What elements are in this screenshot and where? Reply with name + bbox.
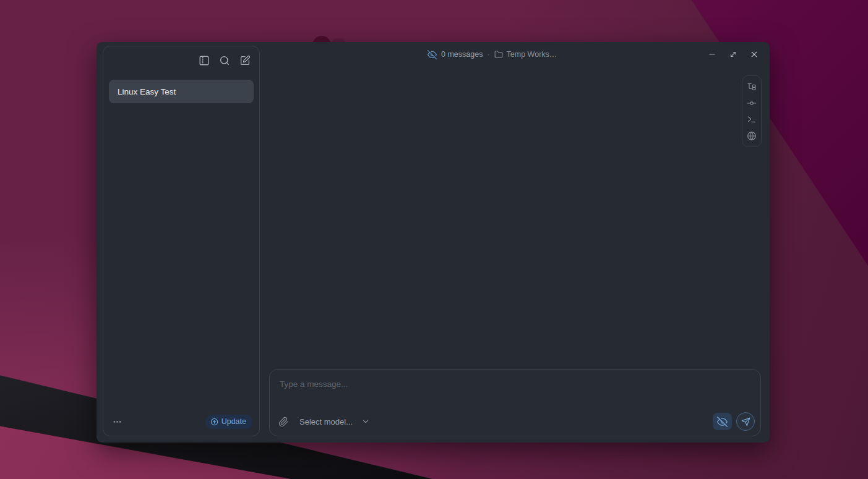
sidebar-toolbar	[198, 54, 251, 67]
new-chat-button[interactable]	[239, 54, 251, 67]
message-input[interactable]	[280, 377, 750, 391]
send-button[interactable]	[736, 412, 755, 431]
paperclip-icon	[278, 417, 289, 427]
sidebar-footer: Update	[113, 414, 252, 429]
close-button[interactable]	[747, 47, 762, 62]
conversation-item[interactable]: Linux Easy Test	[109, 80, 254, 103]
eye-off-icon[interactable]	[428, 50, 437, 59]
sidebar-panel: Linux Easy Test Update	[103, 46, 260, 436]
more-options-button[interactable]	[113, 417, 122, 426]
git-commit-button[interactable]	[746, 98, 757, 109]
chat-app-window: Linux Easy Test Update	[97, 42, 770, 443]
update-button[interactable]: Update	[205, 415, 252, 429]
visibility-toggle-button[interactable]	[713, 413, 732, 430]
messages-count: 0 messages	[441, 50, 483, 59]
window-controls	[705, 47, 762, 62]
header-separator: ·	[487, 50, 489, 59]
panel-left-icon	[199, 55, 210, 66]
minimize-icon	[708, 50, 716, 59]
globe-icon	[747, 131, 757, 141]
search-button[interactable]	[218, 54, 231, 67]
ellipsis-icon	[113, 417, 122, 426]
attach-file-button[interactable]	[278, 417, 289, 427]
model-selector[interactable]: Select model...	[299, 417, 370, 426]
model-selector-label: Select model...	[299, 417, 353, 426]
minimize-button[interactable]	[705, 47, 720, 62]
web-browser-button[interactable]	[746, 130, 757, 142]
project-label: Temp Works…	[507, 50, 557, 59]
project-selector[interactable]: Temp Works…	[494, 50, 557, 59]
folder-icon	[494, 50, 503, 59]
update-button-label: Update	[221, 417, 246, 426]
new-chat-icon	[239, 55, 251, 66]
composer-toolbar: Select model...	[278, 412, 755, 431]
terminal-icon	[747, 114, 757, 124]
chevron-down-icon	[361, 417, 370, 426]
conversation-title: Linux Easy Test	[118, 87, 176, 96]
close-icon	[750, 50, 758, 59]
toggle-sidebar-button[interactable]	[198, 54, 210, 67]
eye-off-icon	[717, 417, 728, 427]
chat-header: 0 messages · Temp Works…	[428, 49, 557, 59]
circle-arrow-up-icon	[210, 418, 218, 426]
maximize-button[interactable]	[726, 47, 741, 62]
expand-icon	[729, 50, 737, 59]
search-icon	[219, 55, 230, 66]
message-composer: Select model...	[269, 369, 761, 436]
list-tree-icon	[747, 82, 757, 91]
composer-actions	[713, 412, 755, 431]
terminal-button[interactable]	[746, 114, 757, 125]
git-commit-icon	[747, 98, 757, 108]
send-icon	[741, 417, 750, 426]
side-toolbar	[742, 75, 762, 147]
tree-view-button[interactable]	[746, 81, 757, 92]
